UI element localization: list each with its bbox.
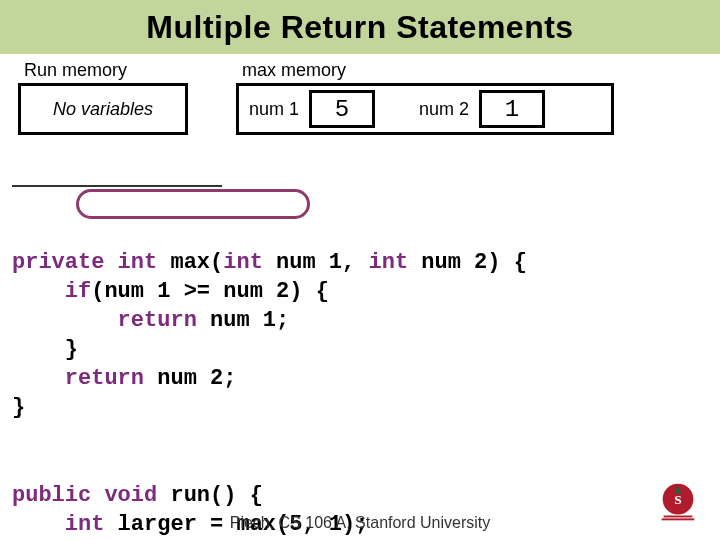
condition-highlight-oval [76,189,310,219]
svg-rect-3 [662,518,695,520]
kw-int-p1: int [223,250,263,275]
kw-return1: return [12,308,197,333]
code-txt: max( [157,250,223,275]
no-variables-text: No variables [53,99,153,120]
code-txt: } [12,337,78,362]
var-num2-label: num 2 [419,99,469,120]
kw-void: void [91,483,157,508]
code-block-max: private int max(int num 1, int num 2) { … [0,161,720,422]
var-num1-label: num 1 [249,99,299,120]
run-memory-box: No variables [18,83,188,135]
var-num2-value: 1 [479,90,545,128]
code-txt: num 1, [263,250,369,275]
max-memory-block: max memory num 1 5 num 2 1 [236,60,614,135]
max-memory-box: num 1 5 num 2 1 [236,83,614,135]
kw-int-p2: int [368,250,408,275]
kw-return2: return [12,366,144,391]
code-txt: (num 1 >= num 2) { [91,279,329,304]
code-txt: num 2; [144,366,236,391]
run-memory-label: Run memory [18,60,127,81]
footer-text: Piech, CS 106 A, Stanford University [0,514,720,532]
title-bar: Multiple Return Statements [0,0,720,54]
code-txt: num 2) { [408,250,527,275]
code-txt: } [12,395,25,420]
kw-if: if [12,279,91,304]
stanford-logo-icon: S [654,480,702,528]
kw-int-ret: int [104,250,157,275]
signature-underline [12,185,222,187]
run-memory-block: Run memory No variables [18,60,188,135]
memory-row: Run memory No variables max memory num 1… [0,60,720,135]
svg-rect-2 [664,516,693,518]
code-txt: num 1; [197,308,289,333]
max-memory-label: max memory [236,60,346,81]
kw-private: private [12,250,104,275]
code-txt: run() { [157,483,263,508]
kw-public: public [12,483,91,508]
svg-text:S: S [674,492,681,507]
slide-title: Multiple Return Statements [146,9,573,46]
var-num1-value: 5 [309,90,375,128]
